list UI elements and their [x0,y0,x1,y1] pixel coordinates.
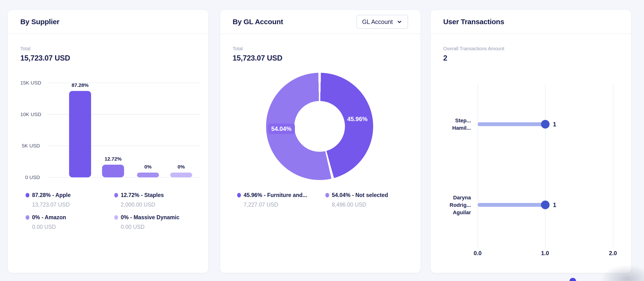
legend-dot-icon [237,193,241,197]
legend-amount: 0.00 USD [26,224,114,230]
bar-staples[interactable] [102,165,124,177]
legend-item-massive-dynamic: 0% - Massive Dynamic 0.00 USD [114,214,179,230]
chevron-down-icon [396,19,402,25]
bar-value-label: 87.28% [63,82,97,88]
gl-account-dropdown[interactable]: GL Account [356,15,408,29]
bar-value-label: 0% [131,164,165,170]
legend-item-amazon: 0% - Amazon 0.00 USD [26,214,114,230]
by-gl-account-title: By GL Account [232,18,283,26]
legend-label: 87.28% - Apple [32,192,70,198]
donut-slice-label-furniture: 45.96% [347,116,368,123]
legend-dot-icon [114,193,118,197]
bar-massive-dynamic[interactable] [170,173,192,177]
donut-hole [294,101,345,152]
legend-dot-icon [325,193,329,197]
supplier-bars: 87.28% 12.72% 0% 0% [54,83,192,177]
legend-amount: 8,496.00 USD [325,201,388,208]
gridline-2 [613,85,614,247]
legend-item-apple: 87.28% - Apple 13,723.07 USD [26,192,114,208]
x-axis-tick: 0.0 [474,250,482,256]
user-transactions-card: User Transactions Overall Transactions A… [431,10,631,273]
gl-account-dropdown-label: GL Account [362,19,393,25]
y-axis-tick: 15K USD [20,80,47,86]
supplier-total-block: Total 15,723.07 USD [20,46,70,63]
gl-total-block: Total 15,723.07 USD [232,46,282,63]
legend-amount: 13,723.07 USD [26,201,114,208]
legend-amount: 0.00 USD [114,224,179,230]
legend-label: 0% - Massive Dynamic [121,214,179,221]
x-axis-tick: 1.0 [541,250,549,256]
row-label: Daryna Rodrig... Aguilar [438,194,471,216]
y-axis-tick: 10K USD [20,112,47,117]
by-supplier-title: By Supplier [20,18,59,26]
by-gl-account-header: By GL Account GL Account [220,10,420,34]
legend-dot-icon [26,215,30,220]
legend-dot-icon [114,215,118,220]
legend-dot-icon [26,193,30,197]
row-value: 1 [553,201,556,208]
bar-value-label: 0% [164,164,198,170]
bar-apple[interactable] [69,91,91,177]
row-bar[interactable] [478,122,545,126]
legend-item-not-selected: 54.04% - Not selected 8,496.00 USD [325,192,388,208]
legend-item-furniture: 45.96% - Furniture and... 7,227.07 USD [237,192,325,208]
row-dot[interactable] [541,201,550,209]
supplier-total-label: Total [20,46,70,52]
transactions-chart: Step... Hamil... 1 Daryna Rodrig... Agui… [431,10,631,273]
by-supplier-header: By Supplier [8,10,208,34]
donut-slice-label-not-selected: 54.04% [268,124,295,134]
row-bar[interactable] [478,203,545,207]
supplier-bar-chart: 15K USD 10K USD 5K USD 0 USD 87.28% 12.7… [20,83,200,177]
gridline-1 [545,85,546,247]
gridline-0 [478,85,478,247]
gl-legend: 45.96% - Furniture and... 7,227.07 USD 5… [237,192,388,208]
legend-label: 12.72% - Staples [121,192,164,198]
by-gl-account-card: By GL Account GL Account Total 15,723.07… [220,10,420,273]
row-dot[interactable] [541,120,550,129]
gl-total-label: Total [232,46,282,52]
supplier-legend: 87.28% - Apple 13,723.07 USD 12.72% - St… [26,192,179,230]
legend-amount: 7,227.07 USD [237,201,325,208]
legend-label: 45.96% - Furniture and... [244,192,307,198]
legend-item-staples: 12.72% - Staples 2,000.00 USD [114,192,179,208]
row-value: 1 [553,121,556,128]
legend-label: 54.04% - Not selected [332,192,388,198]
x-axis-tick: 2.0 [609,250,617,256]
bar-amazon[interactable] [137,173,159,177]
gl-donut-chart: 45.96% 54.04% [266,73,373,180]
by-supplier-card: By Supplier Total 15,723.07 USD 15K USD … [8,10,208,273]
bar-value-label: 12.72% [96,156,130,162]
floating-button-shadow [601,265,644,281]
row-label: Step... Hamil... [438,117,471,132]
supplier-total-value: 15,723.07 USD [20,54,70,63]
gl-total-value: 15,723.07 USD [232,54,282,63]
legend-label: 0% - Amazon [32,214,66,221]
floating-dot[interactable] [570,278,576,281]
y-axis-tick: 0 USD [20,174,47,180]
legend-amount: 2,000.00 USD [114,201,179,208]
y-axis-tick: 5K USD [20,143,47,149]
